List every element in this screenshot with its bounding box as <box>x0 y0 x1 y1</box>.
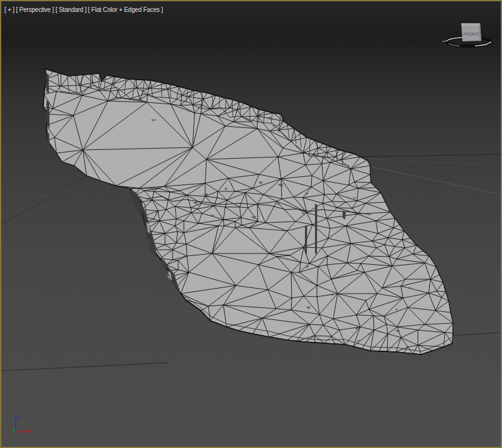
svg-text:FRONT: FRONT <box>464 31 479 37</box>
